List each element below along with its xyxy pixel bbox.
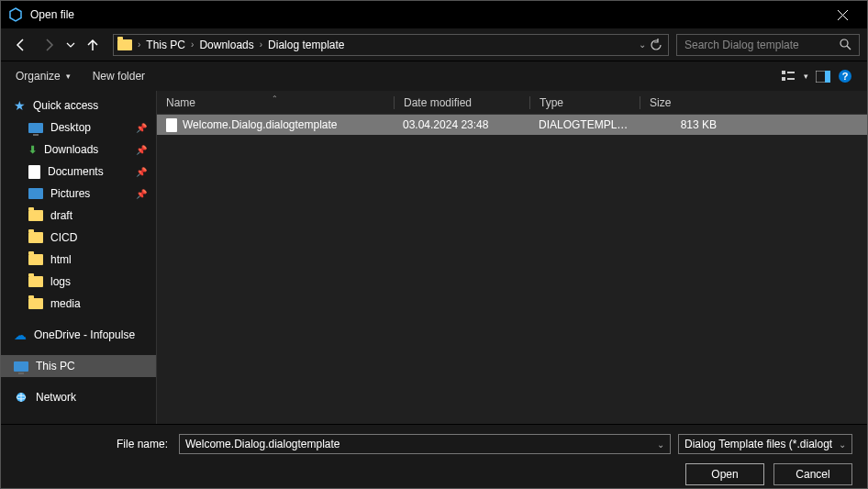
column-size[interactable]: Size [640, 96, 726, 109]
download-icon: ⬇ [28, 144, 37, 156]
network-icon [14, 391, 28, 404]
svg-marker-0 [10, 8, 21, 21]
sidebar-item-folder[interactable]: draft [1, 205, 156, 227]
svg-rect-2 [782, 71, 785, 74]
column-name[interactable]: Name ⌃ [157, 96, 394, 109]
filename-input[interactable]: Welcome.Dialog.dialogtemplate ⌄ [179, 434, 671, 454]
up-button[interactable] [80, 32, 106, 58]
main-area: ★ Quick access Desktop 📌 ⬇ Downloads 📌 D… [1, 91, 867, 424]
search-icon [840, 39, 851, 50]
file-icon [166, 118, 177, 132]
pin-icon: 📌 [136, 123, 147, 133]
chevron-right-icon[interactable]: › [136, 39, 142, 50]
pc-icon [14, 361, 28, 372]
recent-dropdown[interactable] [63, 32, 78, 58]
breadcrumb[interactable]: › This PC › Downloads › Dialog template … [113, 34, 669, 56]
sidebar-item-folder[interactable]: logs [1, 271, 156, 293]
sidebar-this-pc[interactable]: This PC [1, 355, 156, 377]
sidebar-quick-access[interactable]: ★ Quick access [1, 94, 156, 117]
title-bar: Open file [1, 1, 867, 28]
cancel-button[interactable]: Cancel [773, 463, 852, 485]
new-folder-button[interactable]: New folder [93, 70, 145, 83]
svg-rect-4 [787, 72, 795, 73]
file-name-cell: Welcome.Dialog.dialogtemplate [157, 118, 394, 132]
chevron-down-icon[interactable]: ⌄ [657, 439, 664, 450]
chevron-down-icon: ▾ [66, 72, 71, 81]
back-button[interactable] [8, 32, 34, 58]
chevron-down-icon[interactable]: ⌄ [639, 39, 646, 50]
svg-rect-7 [825, 71, 830, 83]
star-icon: ★ [14, 98, 26, 113]
svg-rect-3 [782, 77, 785, 81]
search-placeholder: Search Dialog template [684, 39, 840, 51]
svg-rect-5 [787, 78, 795, 80]
breadcrumb-segment[interactable]: Downloads [195, 35, 257, 55]
close-button[interactable] [822, 1, 863, 28]
sidebar-item-pictures[interactable]: Pictures 📌 [1, 183, 156, 205]
toolbar: Organize ▾ New folder ▾ ? [1, 61, 867, 91]
chevron-right-icon[interactable]: › [258, 39, 264, 50]
cloud-icon: ☁ [14, 328, 27, 342]
column-type[interactable]: Type [529, 96, 640, 109]
sidebar-item-downloads[interactable]: ⬇ Downloads 📌 [1, 139, 156, 161]
column-date[interactable]: Date modified [394, 96, 529, 109]
organize-button[interactable]: Organize ▾ [16, 70, 71, 83]
folder-icon [28, 254, 43, 265]
chevron-down-icon: ▾ [804, 72, 808, 81]
file-list: Name ⌃ Date modified Type Size Welcome.D… [157, 91, 867, 424]
preview-pane-button[interactable] [816, 71, 830, 83]
folder-icon [28, 298, 43, 309]
breadcrumb-root-icon[interactable] [114, 35, 136, 55]
svg-text:?: ? [842, 71, 849, 82]
document-icon [28, 165, 40, 179]
pin-icon: 📌 [136, 167, 147, 177]
breadcrumb-segment[interactable]: This PC [142, 35, 189, 55]
window-title: Open file [30, 8, 822, 21]
sidebar-network[interactable]: Network [1, 386, 156, 408]
file-size-cell: 813 KB [640, 118, 726, 131]
folder-icon [28, 232, 43, 243]
forward-button[interactable] [36, 32, 61, 58]
view-options-button[interactable]: ▾ [782, 70, 808, 83]
bottom-panel: File name: Welcome.Dialog.dialogtemplate… [1, 424, 867, 489]
file-date-cell: 03.04.2024 23:48 [394, 118, 529, 131]
sidebar-item-folder[interactable]: CICD [1, 227, 156, 249]
filetype-select[interactable]: Dialog Template files (*.dialogt ⌄ [678, 434, 852, 454]
app-icon [8, 7, 23, 22]
file-type-cell: DIALOGTEMPLATE... [529, 118, 640, 131]
help-button[interactable]: ? [838, 69, 852, 83]
desktop-icon [28, 123, 43, 133]
open-button[interactable]: Open [685, 463, 764, 485]
folder-icon [28, 210, 43, 221]
sidebar-item-folder[interactable]: media [1, 293, 156, 315]
sidebar-item-desktop[interactable]: Desktop 📌 [1, 117, 156, 139]
pin-icon: 📌 [136, 145, 147, 155]
folder-icon [28, 276, 43, 287]
file-list-header: Name ⌃ Date modified Type Size [157, 91, 867, 115]
nav-bar: › This PC › Downloads › Dialog template … [1, 28, 867, 61]
sort-indicator-icon: ⌃ [272, 94, 278, 103]
search-input[interactable]: Search Dialog template [676, 34, 860, 56]
sidebar-onedrive[interactable]: ☁ OneDrive - Infopulse [1, 324, 156, 346]
sidebar-item-folder[interactable]: html [1, 249, 156, 271]
breadcrumb-segment[interactable]: Dialog template [264, 35, 348, 55]
pin-icon: 📌 [136, 189, 147, 199]
svg-point-1 [840, 39, 848, 47]
file-row[interactable]: Welcome.Dialog.dialogtemplate 03.04.2024… [157, 115, 867, 135]
refresh-icon[interactable] [650, 39, 662, 51]
sidebar-item-documents[interactable]: Documents 📌 [1, 161, 156, 183]
pictures-icon [28, 188, 43, 199]
filename-label: File name: [16, 438, 172, 450]
chevron-right-icon[interactable]: › [189, 39, 195, 50]
sidebar: ★ Quick access Desktop 📌 ⬇ Downloads 📌 D… [1, 91, 157, 424]
chevron-down-icon: ⌄ [839, 439, 846, 450]
